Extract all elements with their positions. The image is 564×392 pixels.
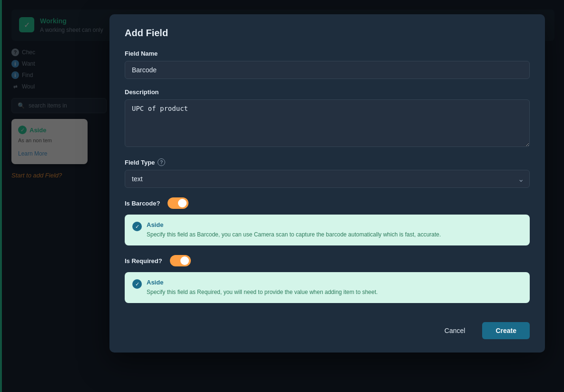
add-field-modal: Add Field Field Name Description UPC of … xyxy=(109,14,545,353)
barcode-aside-title: Aside xyxy=(147,221,441,228)
field-name-group: Field Name xyxy=(125,50,530,79)
field-type-help-icon[interactable]: ? xyxy=(158,158,165,166)
is-barcode-label: Is Barcode? xyxy=(125,200,160,207)
barcode-aside-content: Aside Specify this field as Barcode, you… xyxy=(147,221,441,239)
is-barcode-toggle[interactable] xyxy=(168,197,188,209)
modal-title: Add Field xyxy=(125,28,530,39)
required-aside-content: Aside Specify this field as Required, yo… xyxy=(147,279,378,296)
is-required-toggle[interactable] xyxy=(170,255,191,266)
is-required-label: Is Required? xyxy=(125,257,162,265)
field-type-label-row: Field Type ? xyxy=(125,158,530,166)
field-name-label: Field Name xyxy=(125,50,530,57)
description-textarea[interactable]: UPC of product xyxy=(125,99,530,147)
field-type-label: Field Type xyxy=(125,159,155,166)
barcode-aside-info: ✓ Aside Specify this field as Barcode, y… xyxy=(125,215,530,245)
barcode-aside-check-icon: ✓ xyxy=(132,222,142,231)
description-label: Description xyxy=(125,88,530,96)
modal-footer: Cancel Create xyxy=(125,314,530,339)
required-aside-check-icon: ✓ xyxy=(132,279,142,289)
cancel-button[interactable]: Cancel xyxy=(433,322,477,339)
required-aside-text: Specify this field as Required, you will… xyxy=(147,288,378,296)
is-required-row: Is Required? xyxy=(125,255,530,266)
required-aside-title: Aside xyxy=(147,279,378,286)
field-type-group: Field Type ? text number date boolean ⌄ xyxy=(125,158,530,188)
create-button[interactable]: Create xyxy=(482,322,530,339)
is-barcode-row: Is Barcode? xyxy=(125,197,530,209)
field-type-select[interactable]: text number date boolean xyxy=(125,170,530,188)
field-type-select-wrapper: text number date boolean ⌄ xyxy=(125,170,530,188)
barcode-aside-text: Specify this field as Barcode, you can u… xyxy=(147,230,441,239)
description-group: Description UPC of product xyxy=(125,88,530,149)
required-aside-info: ✓ Aside Specify this field as Required, … xyxy=(125,272,530,303)
field-name-input[interactable] xyxy=(125,61,530,79)
